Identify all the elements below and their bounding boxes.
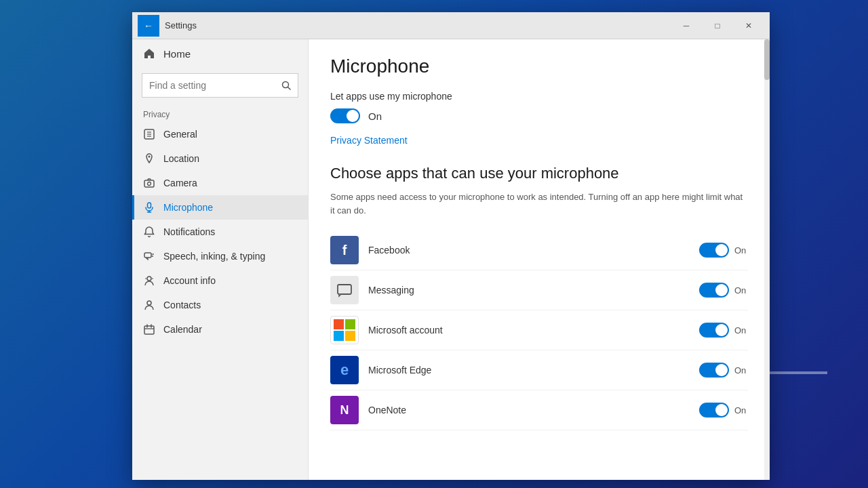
title-bar: ← Settings ─ □ ✕: [132, 12, 770, 39]
notifications-icon: [143, 226, 155, 238]
ms-edge-toggle-row: On: [699, 363, 748, 378]
svg-rect-23: [338, 285, 351, 294]
ms-account-app-name: Microsoft account: [368, 325, 690, 336]
main-content: Microphone Let apps use my microphone On…: [309, 39, 770, 480]
window-title: Settings: [165, 20, 671, 30]
minimize-button[interactable]: ─: [671, 15, 702, 37]
svg-point-6: [149, 156, 151, 158]
privacy-section-label: Privacy: [132, 106, 308, 122]
sidebar-home[interactable]: Home: [132, 39, 308, 68]
svg-rect-9: [148, 203, 151, 208]
onenote-toggle-row: On: [699, 403, 748, 418]
onenote-app-name: OneNote: [368, 405, 690, 415]
maximize-button[interactable]: □: [702, 15, 733, 37]
onenote-toggle-label: On: [734, 405, 748, 415]
app-row-ms-edge: e Microsoft Edge On: [330, 350, 748, 390]
nav-label-microphone: Microphone: [163, 202, 213, 213]
window-body: Home Privacy: [132, 39, 770, 480]
app-row-ms-account: Microsoft account On: [330, 310, 748, 350]
facebook-toggle-row: On: [699, 243, 748, 258]
sidebar-item-location[interactable]: Location: [132, 146, 308, 171]
location-icon: [143, 152, 155, 165]
ms-account-toggle-label: On: [734, 325, 748, 336]
app-row-messaging: Messaging On: [330, 270, 748, 310]
nav-label-location: Location: [163, 153, 199, 164]
onenote-toggle[interactable]: [699, 403, 729, 418]
svg-rect-19: [144, 326, 154, 334]
svg-point-8: [148, 182, 151, 186]
messaging-toggle[interactable]: [699, 283, 729, 298]
sidebar: Home Privacy: [132, 39, 309, 480]
settings-window: ← Settings ─ □ ✕: [132, 12, 770, 480]
onenote-app-icon: N: [330, 396, 359, 424]
ms-account-toggle[interactable]: [699, 323, 729, 338]
ms-edge-app-name: Microsoft Edge: [368, 365, 690, 375]
microphone-icon: [143, 201, 155, 214]
sidebar-item-microphone[interactable]: Microphone: [132, 195, 308, 220]
sidebar-item-account-info[interactable]: Account info: [132, 268, 308, 293]
desktop: ← Settings ─ □ ✕: [0, 0, 868, 488]
ms-edge-app-icon: e: [330, 356, 359, 384]
search-box[interactable]: [142, 73, 298, 98]
ms-edge-toggle[interactable]: [699, 363, 729, 378]
home-label: Home: [163, 48, 191, 60]
contacts-icon: [143, 299, 155, 311]
nav-label-camera: Camera: [163, 178, 197, 188]
svg-line-1: [288, 87, 291, 90]
sidebar-item-contacts[interactable]: Contacts: [132, 293, 308, 317]
nav-label-contacts: Contacts: [163, 300, 201, 310]
account-icon: [143, 274, 155, 287]
choose-section-desc: Some apps need access to your microphone…: [330, 190, 748, 217]
close-button[interactable]: ✕: [733, 15, 764, 37]
window-controls: ─ □ ✕: [671, 15, 764, 37]
app-row-facebook: f Facebook On: [330, 230, 748, 270]
scrollbar-track[interactable]: [764, 39, 770, 480]
sidebar-item-calendar[interactable]: Calendar: [132, 317, 308, 342]
sidebar-item-camera[interactable]: Camera: [132, 171, 308, 195]
nav-label-account-info: Account info: [163, 275, 216, 286]
microphone-toggle[interactable]: [330, 108, 360, 123]
nav-label-speech: Speech, inking, & typing: [163, 251, 265, 262]
microphone-toggle-row: On: [330, 108, 748, 123]
toggle-state-label: On: [368, 110, 382, 122]
nav-label-general: General: [163, 129, 197, 140]
facebook-toggle-label: On: [734, 245, 748, 256]
choose-section-heading: Choose apps that can use your microphone: [330, 165, 748, 182]
camera-icon: [143, 177, 155, 189]
svg-rect-7: [144, 180, 154, 187]
svg-rect-12: [144, 253, 151, 258]
privacy-statement-link[interactable]: Privacy Statement: [330, 135, 408, 146]
facebook-toggle[interactable]: [699, 243, 729, 258]
page-title: Microphone: [330, 56, 748, 77]
general-icon: [143, 128, 155, 140]
sidebar-item-general[interactable]: General: [132, 122, 308, 146]
speech-icon: [143, 250, 155, 262]
sidebar-item-speech[interactable]: Speech, inking, & typing: [132, 244, 308, 268]
search-input[interactable]: [149, 80, 276, 91]
home-icon: [143, 47, 155, 60]
ms-edge-toggle-label: On: [734, 365, 748, 375]
messaging-app-name: Messaging: [368, 285, 690, 296]
sidebar-item-notifications[interactable]: Notifications: [132, 220, 308, 244]
scrollbar-thumb[interactable]: [764, 39, 770, 80]
messaging-toggle-row: On: [699, 283, 748, 298]
nav-label-calendar: Calendar: [163, 324, 202, 335]
toggle-section-label: Let apps use my microphone: [330, 91, 748, 102]
search-icon: [281, 81, 291, 90]
nav-label-notifications: Notifications: [163, 226, 215, 237]
calendar-icon: [143, 323, 155, 336]
back-button[interactable]: ←: [138, 15, 159, 37]
messaging-toggle-label: On: [734, 285, 748, 296]
ms-account-toggle-row: On: [699, 323, 748, 338]
svg-point-15: [147, 277, 151, 281]
svg-point-18: [147, 301, 151, 305]
messaging-app-icon: [330, 276, 359, 304]
app-row-onenote: N OneNote On: [330, 390, 748, 430]
ms-account-app-icon: [330, 316, 359, 344]
facebook-app-name: Facebook: [368, 245, 690, 256]
facebook-app-icon: f: [330, 236, 359, 264]
